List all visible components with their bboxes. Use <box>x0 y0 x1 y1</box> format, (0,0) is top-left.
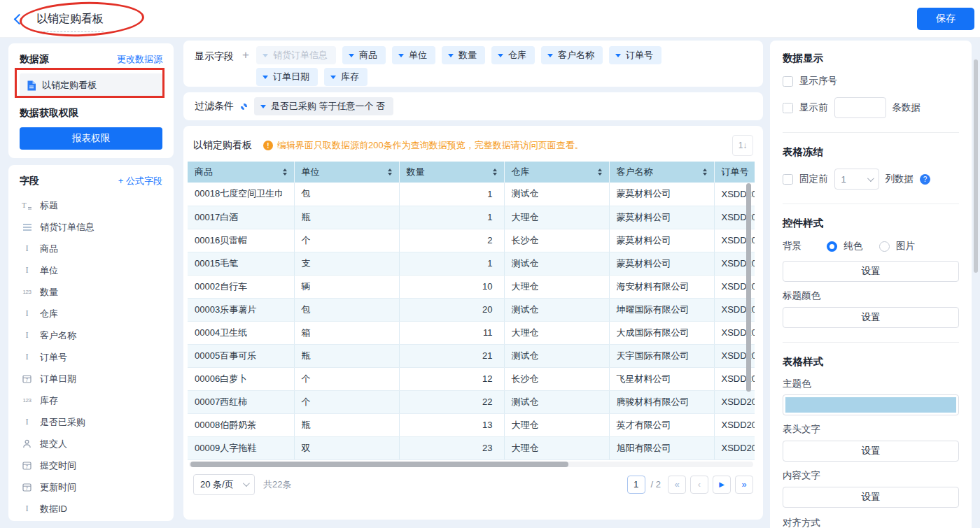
table-row[interactable]: 00006白萝卜个12长沙仓飞星材料公司XSDD20 <box>188 367 755 390</box>
filter-condition-chip[interactable]: 是否已采购 等于任意一个 否 <box>254 97 393 115</box>
next-page-button[interactable]: ▶ <box>713 476 731 494</box>
table-row[interactable]: 00003乐事薯片包20测试仓坤曜国际有限公司XSDD20 <box>188 298 755 321</box>
column-header[interactable]: 数量 <box>399 162 504 183</box>
field-item-quantity[interactable]: 123 数量 <box>20 281 162 303</box>
display-field-chip[interactable]: 仓库 <box>491 46 535 64</box>
display-field-chip[interactable]: 商品 <box>342 46 386 64</box>
row-limit-input[interactable] <box>834 97 886 118</box>
display-field-chip[interactable]: 库存 <box>324 68 368 86</box>
widget-title: 以销定购看板 <box>193 139 252 152</box>
theme-color-picker[interactable] <box>783 394 959 415</box>
text-icon: I <box>21 352 33 362</box>
align-label: 对齐方式 <box>783 517 959 528</box>
solid-color-radio[interactable] <box>827 241 837 252</box>
table-row[interactable]: 00004卫生纸箱11大理仓大成国际有限公司XSDD20 <box>188 321 755 344</box>
warning-icon: ! <box>263 141 273 150</box>
sort-arrows-icon[interactable] <box>388 169 392 176</box>
column-header[interactable]: 商品 <box>188 162 294 183</box>
page-number-input[interactable]: 1 <box>627 476 645 494</box>
show-first-checkbox[interactable] <box>783 103 793 113</box>
field-item-order-date[interactable]: 7 订单日期 <box>20 368 162 390</box>
fields-title: 字段 <box>20 175 39 187</box>
display-field-chip-disabled[interactable]: 销货订单信息 <box>256 46 336 64</box>
field-item-customer[interactable]: I 客户名称 <box>20 324 162 346</box>
pagination-bar: 20 条/页 共22条 1 / 2 « ‹ ▶ » <box>193 474 753 495</box>
show-first-label: 显示前 <box>799 101 828 114</box>
svg-text:7: 7 <box>26 378 29 383</box>
title-color-set-button[interactable]: 设置 <box>783 307 959 328</box>
vertical-scrollbar-thumb[interactable] <box>746 183 751 392</box>
sort-arrows-icon[interactable] <box>598 169 602 176</box>
horizontal-scrollbar-thumb[interactable] <box>190 462 568 467</box>
horizontal-scrollbar[interactable] <box>189 462 753 467</box>
field-item-unit[interactable]: I 单位 <box>20 259 162 281</box>
change-datasource-link[interactable]: 更改数据源 <box>117 53 162 66</box>
chevron-down-icon <box>262 76 268 79</box>
field-item-submitter[interactable]: 提交人 <box>20 433 162 455</box>
display-field-chip[interactable]: 订单号 <box>609 46 662 64</box>
field-item-update-time[interactable]: 7 更新时间 <box>20 476 162 498</box>
column-header[interactable]: 仓库 <box>504 162 609 183</box>
field-item-submit-time[interactable]: 7 提交时间 <box>20 455 162 476</box>
solid-color-label: 纯色 <box>844 240 862 252</box>
display-field-chip[interactable]: 订单日期 <box>256 68 318 86</box>
table-row[interactable]: 00017白酒瓶1大理仓蒙莫材料公司XSDD20 <box>188 206 755 229</box>
page-size-select[interactable]: 20 条/页 <box>193 474 255 495</box>
field-item-product[interactable]: I 商品 <box>20 238 162 259</box>
table-row[interactable]: 00007西红柿个22测试仓腾骏材料有限公司XSDD20 <box>188 390 755 413</box>
field-item-subform[interactable]: 销货订单信息 <box>20 216 162 238</box>
page-scrollbar-thumb[interactable] <box>974 59 978 273</box>
table-row[interactable]: 00005百事可乐瓶21测试仓天宇国际有限公司XSDD20 <box>188 344 755 367</box>
show-index-label: 显示序号 <box>799 75 837 87</box>
table-row[interactable]: 00009人字拖鞋双23大理仓旭阳有限公司XSDD20 <box>188 436 755 459</box>
chevron-down-icon <box>262 54 268 57</box>
display-field-chip[interactable]: 数量 <box>442 46 485 64</box>
field-item-data-id[interactable]: I 数据ID <box>20 498 162 520</box>
freeze-column-select[interactable]: 1 <box>834 169 879 190</box>
table-row[interactable]: 00016贝雷帽个2长沙仓蒙莫材料公司XSDD20 <box>188 229 755 252</box>
save-button[interactable]: 保存 <box>917 8 974 30</box>
total-count: 共22条 <box>263 478 627 491</box>
sort-arrows-icon[interactable] <box>283 169 287 176</box>
show-index-checkbox[interactable] <box>783 76 793 87</box>
prev-page-button[interactable]: ‹ <box>690 476 708 494</box>
sort-arrows-icon[interactable] <box>493 169 497 176</box>
display-field-chip[interactable]: 客户名称 <box>541 46 603 64</box>
datasource-item-label: 以销定购看板 <box>42 79 97 92</box>
header-text-set-button[interactable]: 设置 <box>783 441 959 462</box>
datasource-panel: 数据源 更改数据源 以销定购看板 数据获取权限 报表权限 <box>8 43 174 158</box>
divider <box>783 132 959 133</box>
first-page-button[interactable]: « <box>668 476 686 494</box>
field-item-stock[interactable]: 123 库存 <box>20 390 162 411</box>
column-header[interactable]: 单位 <box>294 162 399 183</box>
sort-arrows-icon[interactable] <box>703 169 707 176</box>
freeze-checkbox[interactable] <box>783 174 793 185</box>
column-header[interactable]: 订单号 <box>714 162 755 183</box>
field-item-warehouse[interactable]: I 仓库 <box>20 303 162 324</box>
table-row[interactable]: 00018七度空间卫生巾包1测试仓蒙莫材料公司XSDD20 <box>188 183 755 206</box>
report-permission-button[interactable]: 报表权限 <box>20 127 162 150</box>
last-page-button[interactable]: » <box>735 476 753 494</box>
display-fields-label: 显示字段 <box>195 50 234 63</box>
field-item-purchased[interactable]: I 是否已采购 <box>20 411 162 433</box>
field-item-order-no[interactable]: I 订单号 <box>20 346 162 368</box>
background-set-button[interactable]: 设置 <box>783 261 959 282</box>
column-header[interactable]: 客户名称 <box>609 162 714 183</box>
help-icon[interactable]: ? <box>920 174 930 185</box>
sort-order-icon[interactable]: 1↓ <box>732 135 753 156</box>
permission-title: 数据获取权限 <box>20 107 162 120</box>
gear-icon[interactable] <box>241 104 247 110</box>
content-text-set-button[interactable]: 设置 <box>783 487 959 508</box>
add-formula-field-link[interactable]: + 公式字段 <box>118 175 162 187</box>
page-title[interactable]: 以销定购看板 <box>36 12 104 32</box>
table-row[interactable]: 00015毛笔支1测试仓蒙莫材料公司XSDD20 <box>188 252 755 275</box>
image-radio[interactable] <box>879 241 890 252</box>
datasource-item[interactable]: 以销定购看板 <box>20 73 162 97</box>
back-icon[interactable] <box>14 14 25 25</box>
table-row[interactable]: 00008伯爵奶茶瓶13大理仓英才有限公司XSDD20 <box>188 413 755 436</box>
table-row[interactable]: 00002自行车辆10大理仓海安材料有限公司XSDD20 <box>188 275 755 298</box>
add-display-field-icon[interactable]: + <box>242 48 249 62</box>
field-item-title[interactable]: T 标题 <box>20 194 162 216</box>
display-field-chip[interactable]: 单位 <box>392 46 435 64</box>
table-header-row: 商品 单位 数量 仓库 客户名称 订单号 <box>188 162 755 183</box>
